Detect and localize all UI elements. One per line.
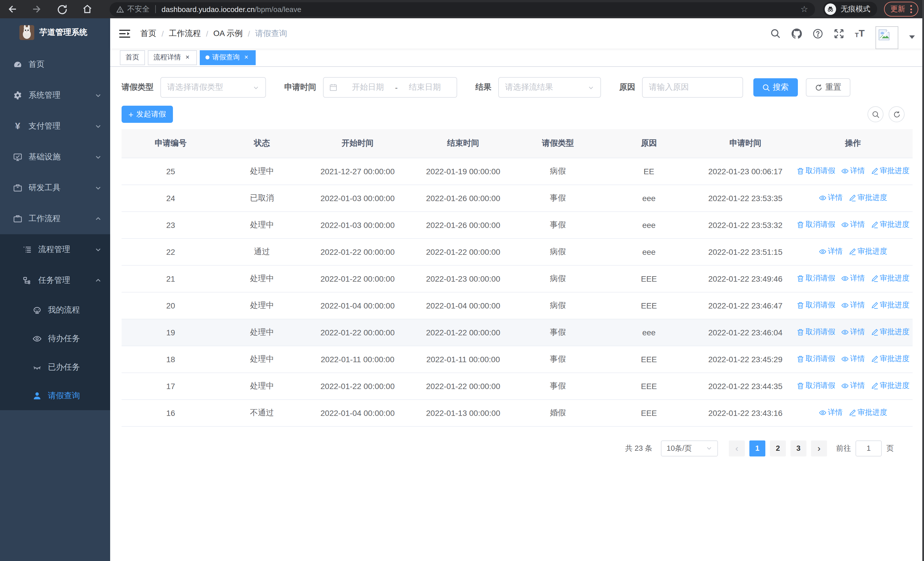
detail-action-link[interactable]: 详情 (841, 327, 865, 337)
table-row[interactable]: 20处理中2022-01-04 00:00:002022-01-04 00:00… (122, 292, 913, 319)
detail-action-link[interactable]: 详情 (841, 381, 865, 391)
leave-type-select[interactable]: 请选择请假类型 (160, 77, 266, 98)
tab-home[interactable]: 首页 (120, 50, 145, 65)
detail-action-link[interactable]: 详情 (841, 220, 865, 230)
detail-action-link[interactable]: 详情 (841, 354, 865, 364)
approval-progress-action-link[interactable]: 审批进度 (871, 327, 909, 337)
approval-progress-action-link[interactable]: 审批进度 (871, 166, 909, 176)
detail-action-link[interactable]: 详情 (841, 300, 865, 310)
breadcrumb-oa[interactable]: OA 示例 (213, 28, 243, 39)
sidebar-item-label: 支付管理 (28, 121, 60, 131)
table-row[interactable]: 25处理中2021-12-27 00:00:002022-01-19 00:00… (122, 158, 913, 185)
approval-progress-action-link[interactable]: 审批进度 (871, 273, 909, 284)
prev-page-button[interactable]: ‹ (729, 440, 745, 456)
table-row[interactable]: 18处理中2022-01-11 00:00:002022-01-11 00:00… (122, 346, 913, 373)
sidebar-item-home[interactable]: 首页 (0, 49, 110, 80)
sidebar-collapse-icon[interactable] (119, 29, 130, 38)
col-reason: 原因 (600, 129, 698, 158)
fullscreen-icon[interactable] (834, 28, 844, 39)
cancel-leave-action-link[interactable]: 取消请假 (796, 166, 835, 176)
reason-input[interactable]: 请输入原因 (642, 77, 743, 98)
browser-menu-icon[interactable] (910, 5, 912, 13)
cancel-leave-action-link[interactable]: 取消请假 (796, 273, 835, 284)
cell-status: 不通过 (220, 399, 304, 426)
page-size-select[interactable]: 10条/页 (661, 440, 718, 456)
cancel-leave-action-link[interactable]: 取消请假 (796, 381, 835, 391)
approval-progress-action-link[interactable]: 审批进度 (871, 220, 909, 230)
browser-update-button[interactable]: 更新 (884, 2, 918, 17)
table-row[interactable]: 23处理中2022-01-03 00:00:002022-01-26 00:00… (122, 211, 913, 238)
breadcrumb-home[interactable]: 首页 (140, 28, 156, 39)
cell-status: 处理中 (220, 319, 304, 346)
sidebar-item-system[interactable]: 系统管理 (0, 80, 110, 111)
sidebar-item-devtools[interactable]: 研发工具 (0, 173, 110, 203)
tab-leave-query[interactable]: 请假查询 × (200, 50, 256, 65)
browser-back-icon[interactable] (7, 4, 17, 14)
cancel-leave-action-link[interactable]: 取消请假 (796, 354, 835, 364)
table-row[interactable]: 22通过2022-01-22 00:00:002022-01-22 00:00:… (122, 238, 913, 265)
approval-progress-action-link[interactable]: 审批进度 (871, 300, 909, 310)
apply-time-range-picker[interactable]: 开始日期 - 结束日期 (323, 77, 457, 98)
avatar-dropdown-caret[interactable] (909, 35, 915, 39)
detail-action-link[interactable]: 详情 (819, 408, 843, 418)
approval-progress-action-link[interactable]: 审批进度 (848, 247, 887, 257)
bookmark-star-icon[interactable]: ☆ (801, 4, 808, 14)
result-select[interactable]: 请选择流结果 (498, 77, 601, 98)
sidebar-item-todo-tasks[interactable]: 待办任务 (0, 325, 110, 353)
search-button[interactable]: 搜索 (753, 78, 798, 96)
refresh-table-button[interactable] (889, 106, 904, 122)
toggle-search-button[interactable] (867, 106, 884, 122)
help-icon[interactable] (813, 28, 823, 39)
table-row[interactable]: 24已取消2022-01-03 00:00:002022-01-26 00:00… (122, 185, 913, 211)
cancel-leave-action-link[interactable]: 取消请假 (796, 327, 835, 337)
table-row[interactable]: 21处理中2022-01-22 00:00:002022-01-23 00:00… (122, 265, 913, 292)
sidebar-item-infra[interactable]: 基础设施 (0, 142, 110, 173)
browser-home-icon[interactable] (82, 4, 93, 14)
table-row[interactable]: 16不通过2022-01-04 00:00:002022-01-13 00:00… (122, 399, 913, 426)
page-button-3[interactable]: 3 (790, 440, 806, 456)
search-icon[interactable] (771, 28, 781, 39)
gear-icon (13, 91, 22, 100)
sidebar-item-workflow[interactable]: 工作流程 (0, 203, 110, 234)
approval-progress-action-link[interactable]: 审批进度 (848, 193, 887, 203)
update-label[interactable]: 更新 (890, 4, 905, 14)
detail-action-link[interactable]: 详情 (841, 273, 865, 284)
close-icon[interactable]: × (184, 54, 191, 61)
table-row[interactable]: 19处理中2022-01-22 00:00:002022-01-22 00:00… (122, 319, 913, 346)
cell-start: 2022-01-04 00:00:00 (304, 399, 411, 426)
url-bar[interactable]: 不安全 dashboard.yudao.iocoder.cn/bpm/oa/le… (110, 2, 815, 16)
approval-progress-action-link[interactable]: 审批进度 (871, 381, 909, 391)
font-size-icon[interactable]: TT (855, 29, 865, 38)
cancel-leave-action-link[interactable]: 取消请假 (796, 300, 835, 310)
goto-page-input[interactable]: 1 (855, 440, 882, 456)
breadcrumb-workflow[interactable]: 工作流程 (169, 28, 201, 39)
cancel-leave-action-link[interactable]: 取消请假 (796, 220, 835, 230)
avatar[interactable] (876, 26, 898, 49)
app-logo-row[interactable]: 芋道管理系统 (0, 18, 110, 47)
security-warning-label[interactable]: 不安全 (127, 4, 150, 14)
browser-forward-icon[interactable] (32, 4, 42, 14)
page-button-2[interactable]: 2 (770, 440, 786, 456)
github-icon[interactable] (792, 28, 802, 39)
detail-action-link[interactable]: 详情 (819, 193, 843, 203)
approval-progress-action-link[interactable]: 审批进度 (871, 354, 909, 364)
create-leave-button[interactable]: + 发起请假 (122, 106, 173, 123)
tab-process-detail[interactable]: 流程详情 × (148, 50, 197, 65)
sidebar-item-leave-query[interactable]: 请假查询 (0, 382, 110, 410)
cell-apply_time: 2022-01-22 23:51:15 (698, 238, 793, 265)
detail-action-link[interactable]: 详情 (841, 166, 865, 176)
cell-status: 已取消 (220, 185, 304, 211)
browser-reload-icon[interactable] (57, 4, 68, 14)
close-icon[interactable]: × (243, 54, 250, 61)
reset-button[interactable]: 重置 (806, 78, 850, 96)
sidebar-item-process-mgmt[interactable]: 流程管理 (0, 234, 110, 265)
sidebar-item-done-tasks[interactable]: 已办任务 (0, 353, 110, 382)
approval-progress-action-link[interactable]: 审批进度 (848, 408, 887, 418)
sidebar-item-task-mgmt[interactable]: 任务管理 (0, 265, 110, 296)
table-row[interactable]: 17处理中2022-01-22 00:00:002022-01-22 00:00… (122, 373, 913, 399)
next-page-button[interactable]: › (811, 440, 827, 456)
detail-action-link[interactable]: 详情 (819, 247, 843, 257)
page-button-1[interactable]: 1 (749, 440, 765, 456)
sidebar-item-payment[interactable]: ¥ 支付管理 (0, 111, 110, 142)
sidebar-item-my-process[interactable]: 我的流程 (0, 296, 110, 325)
